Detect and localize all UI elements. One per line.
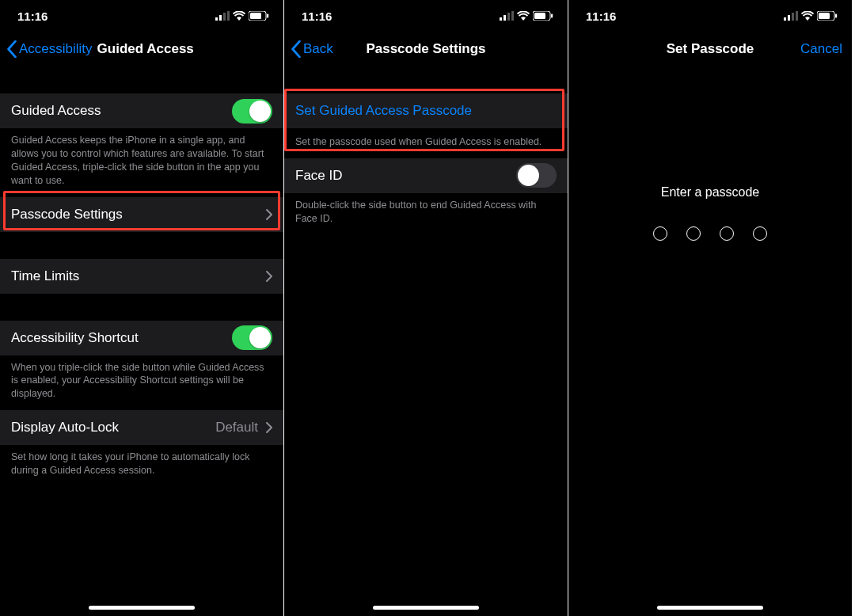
svg-rect-13 bbox=[551, 14, 553, 18]
wifi-icon bbox=[233, 11, 245, 21]
chevron-back-icon bbox=[6, 40, 17, 58]
wifi-icon bbox=[801, 11, 814, 21]
navbar: Accessibility Guided Access bbox=[0, 32, 283, 67]
row-time-limits[interactable]: Time Limits bbox=[0, 259, 283, 294]
status-time: 11:16 bbox=[302, 10, 332, 23]
cancel-button[interactable]: Cancel bbox=[800, 32, 842, 67]
row-label: Set Guided Access Passcode bbox=[295, 103, 472, 119]
passcode-dots[interactable] bbox=[568, 226, 852, 241]
back-button[interactable]: Back bbox=[291, 40, 333, 58]
row-label: Face ID bbox=[295, 168, 343, 184]
row-guided-access[interactable]: Guided Access bbox=[0, 93, 283, 128]
row-label: Accessibility Shortcut bbox=[11, 330, 139, 346]
back-label: Back bbox=[303, 41, 333, 57]
passcode-dot bbox=[753, 226, 767, 241]
status-time: 11:16 bbox=[17, 10, 48, 23]
navbar: Set Passcode Cancel bbox=[568, 32, 852, 67]
svg-rect-9 bbox=[507, 13, 510, 21]
toggle-face-id[interactable] bbox=[516, 163, 557, 188]
svg-rect-12 bbox=[534, 13, 545, 19]
svg-rect-5 bbox=[250, 13, 261, 19]
cellular-icon bbox=[215, 11, 230, 21]
status-icons bbox=[784, 11, 838, 21]
footer-display-auto-lock: Set how long it takes your iPhone to aut… bbox=[0, 445, 283, 487]
home-indicator[interactable] bbox=[657, 606, 763, 610]
chevron-right-icon bbox=[266, 209, 272, 220]
footer-guided-access: Guided Access keeps the iPhone in a sing… bbox=[0, 128, 283, 197]
cellular-icon bbox=[784, 11, 798, 21]
footer-face-id: Double-click the side button to end Guid… bbox=[284, 193, 568, 235]
row-passcode-settings[interactable]: Passcode Settings bbox=[0, 197, 283, 232]
svg-rect-8 bbox=[504, 15, 506, 21]
status-time: 11:16 bbox=[586, 10, 616, 23]
svg-rect-1 bbox=[219, 15, 222, 21]
svg-rect-14 bbox=[784, 17, 786, 21]
svg-rect-2 bbox=[223, 13, 226, 21]
svg-rect-3 bbox=[227, 11, 230, 21]
row-accessibility-shortcut[interactable]: Accessibility Shortcut bbox=[0, 321, 283, 356]
page-title: Guided Access bbox=[97, 41, 194, 57]
svg-rect-0 bbox=[215, 17, 218, 21]
navbar: Back Passcode Settings bbox=[284, 32, 568, 67]
row-label: Passcode Settings bbox=[11, 207, 123, 222]
chevron-right-icon bbox=[266, 271, 272, 282]
status-bar: 11:16 bbox=[284, 0, 568, 32]
row-value: Default bbox=[215, 420, 258, 435]
row-face-id[interactable]: Face ID bbox=[284, 158, 568, 193]
svg-rect-7 bbox=[500, 17, 502, 21]
back-button[interactable]: Accessibility bbox=[6, 40, 93, 58]
screen-set-passcode: 11:16 Set Passcode Cancel Enter a passco… bbox=[568, 0, 852, 616]
battery-icon bbox=[249, 11, 269, 21]
screen-guided-access: 11:16 Accessibility Guided Access Guided… bbox=[0, 0, 283, 616]
passcode-prompt: Enter a passcode bbox=[568, 185, 852, 200]
status-icons bbox=[500, 11, 553, 21]
chevron-back-icon bbox=[291, 40, 302, 58]
row-label: Time Limits bbox=[11, 268, 79, 284]
svg-rect-10 bbox=[511, 11, 514, 21]
home-indicator[interactable] bbox=[373, 606, 479, 610]
toggle-accessibility-shortcut[interactable] bbox=[232, 325, 272, 350]
toggle-guided-access[interactable] bbox=[232, 99, 272, 124]
status-icons bbox=[215, 11, 269, 21]
row-set-guided-access-passcode[interactable]: Set Guided Access Passcode bbox=[284, 93, 568, 128]
svg-rect-15 bbox=[788, 15, 790, 21]
battery-icon bbox=[817, 11, 838, 21]
svg-rect-16 bbox=[792, 13, 794, 21]
row-display-auto-lock[interactable]: Display Auto-Lock Default bbox=[0, 410, 283, 445]
status-bar: 11:16 bbox=[568, 0, 852, 32]
svg-rect-17 bbox=[796, 11, 798, 21]
row-label: Display Auto-Lock bbox=[11, 420, 119, 435]
screen-passcode-settings: 11:16 Back Passcode Settings Set Guided … bbox=[284, 0, 568, 616]
back-label: Accessibility bbox=[19, 41, 93, 57]
svg-rect-6 bbox=[267, 14, 268, 18]
passcode-dot bbox=[720, 226, 734, 241]
passcode-entry: Enter a passcode bbox=[568, 185, 852, 241]
status-bar: 11:16 bbox=[0, 0, 283, 32]
footer-accessibility-shortcut: When you triple-click the side button wh… bbox=[0, 356, 283, 411]
passcode-dot bbox=[653, 226, 667, 241]
cellular-icon bbox=[500, 11, 514, 21]
passcode-dot bbox=[686, 226, 701, 241]
wifi-icon bbox=[517, 11, 530, 21]
svg-rect-19 bbox=[819, 13, 830, 19]
footer-set-passcode: Set the passcode used when Guided Access… bbox=[284, 128, 568, 158]
row-label: Guided Access bbox=[11, 103, 101, 119]
home-indicator[interactable] bbox=[89, 606, 195, 610]
chevron-right-icon bbox=[266, 422, 272, 433]
svg-rect-20 bbox=[835, 14, 837, 18]
battery-icon bbox=[533, 11, 553, 21]
